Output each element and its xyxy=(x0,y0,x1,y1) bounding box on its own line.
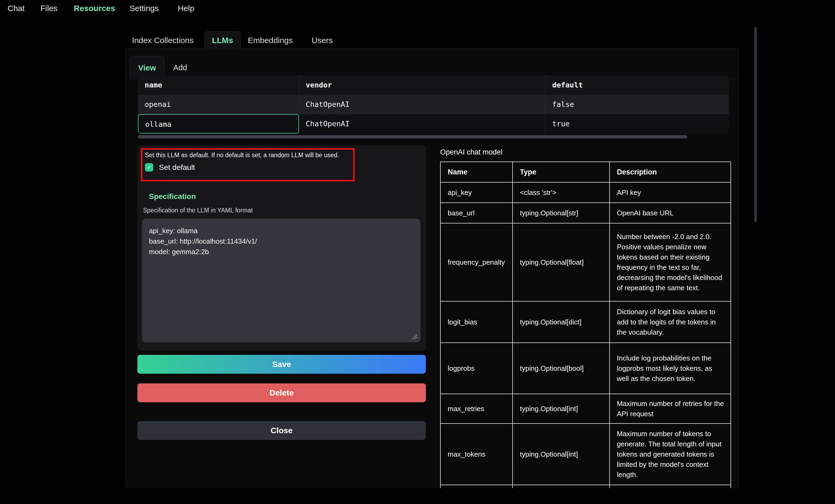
cell-openai-default[interactable]: false xyxy=(546,95,729,114)
doc-header-row: Name Type Description xyxy=(441,162,731,183)
tab-users[interactable]: Users xyxy=(312,36,333,45)
llm-col-name: name xyxy=(138,76,299,95)
doc-cell-description: Maximum number of tokens to generate. Th… xyxy=(610,424,731,485)
model-doc-table: Name Type Description api_key <class 'st… xyxy=(440,162,731,488)
llm-col-default: default xyxy=(546,76,729,95)
doc-col-name: Name xyxy=(441,162,513,182)
doc-cell-description: Maximum number of retries for the API re… xyxy=(610,394,731,423)
doc-row-frequency-penalty: frequency_penalty typing.Optional[float]… xyxy=(441,224,731,301)
doc-cell-description: Dictionary of logit bias values to add t… xyxy=(610,301,731,342)
doc-cell-type: typing.Optional[int] xyxy=(513,394,610,423)
nav-item-resources[interactable]: Resources xyxy=(74,4,115,13)
doc-cell-description: OpenAI base URL xyxy=(610,203,731,223)
doc-cell-name: logit_bias xyxy=(441,301,513,342)
yaml-text: api_key: ollama base_url: http://localho… xyxy=(142,218,421,257)
close-button[interactable]: Close xyxy=(137,421,426,440)
specification-caption: Specification of the LLM in YAML format xyxy=(143,207,253,214)
model-doc-title: OpenAI chat model xyxy=(440,148,502,156)
tab-llms-label: LLMs xyxy=(212,36,233,45)
llm-col-vendor: vendor xyxy=(299,76,546,95)
doc-col-description: Description xyxy=(610,162,731,182)
table-row-ollama[interactable]: ollama ChatOpenAI true xyxy=(138,114,729,133)
llm-list-table: name vendor default openai ChatOpenAI fa… xyxy=(138,76,729,133)
resize-handle-icon[interactable] xyxy=(411,333,418,340)
nav-item-files[interactable]: Files xyxy=(40,4,57,13)
cell-ollama-name-selected[interactable]: ollama xyxy=(138,114,299,133)
doc-cell-name: logprobs xyxy=(441,343,513,394)
doc-cell-name: max_retries xyxy=(441,394,513,423)
doc-cell-type: typing.Optional[str] xyxy=(513,203,610,223)
cell-ollama-default[interactable]: true xyxy=(546,114,729,133)
doc-cell-type: typing.Optional[bool] xyxy=(513,343,610,394)
page-vertical-scrollbar[interactable] xyxy=(754,27,757,223)
doc-cell-type: typing.Optional[dict] xyxy=(513,301,610,342)
set-default-label[interactable]: Set default xyxy=(159,163,195,171)
doc-row-max-tokens: max_tokens typing.Optional[int] Maximum … xyxy=(441,424,731,485)
doc-cell-type: <class 'str'> xyxy=(513,183,610,203)
nav-item-chat[interactable]: Chat xyxy=(7,4,24,13)
tab-index-collections[interactable]: Index Collections xyxy=(132,36,194,45)
doc-cell-name: frequency_penalty xyxy=(441,224,513,301)
doc-cell-type xyxy=(513,485,610,488)
doc-cell-type: typing.Optional[int] xyxy=(513,424,610,485)
doc-cell-name xyxy=(441,485,513,488)
llm-table-header: name vendor default xyxy=(138,76,729,95)
doc-cell-name: base_url xyxy=(441,203,513,223)
specification-heading: Specification xyxy=(149,192,196,201)
doc-cell-description: Include log probabilities on the logprob… xyxy=(610,343,731,394)
tab-llms[interactable]: LLMs xyxy=(204,31,241,49)
table-row-openai[interactable]: openai ChatOpenAI false xyxy=(138,95,729,114)
doc-cell-name: max_tokens xyxy=(441,424,513,485)
checkmark-icon: ✓ xyxy=(147,164,151,171)
yaml-specification-textarea[interactable]: api_key: ollama base_url: http://localho… xyxy=(142,218,421,342)
doc-row-logprobs: logprobs typing.Optional[bool] Include l… xyxy=(441,343,731,394)
set-default-hint: Set this LLM as default. If no default i… xyxy=(145,151,352,159)
doc-cell-description: Number between -2.0 and 2.0. Positive va… xyxy=(610,224,731,301)
save-button[interactable]: Save xyxy=(137,355,426,374)
doc-row-max-retries: max_retries typing.Optional[int] Maximum… xyxy=(441,394,731,424)
nav-item-settings[interactable]: Settings xyxy=(129,4,159,13)
tab-embeddings[interactable]: Embeddings xyxy=(248,36,293,45)
nav-item-help[interactable]: Help xyxy=(178,4,195,13)
doc-row-base-url: base_url typing.Optional[str] OpenAI bas… xyxy=(441,203,731,224)
set-default-row[interactable]: ✓ Set default xyxy=(145,163,195,171)
doc-cell-type: typing.Optional[float] xyxy=(513,224,610,301)
cell-openai-name[interactable]: openai xyxy=(138,95,299,114)
cell-ollama-vendor[interactable]: ChatOpenAI xyxy=(299,114,546,133)
doc-row-partial xyxy=(441,485,731,488)
doc-col-type: Type xyxy=(513,162,610,182)
doc-cell-description: API key xyxy=(610,183,731,203)
set-default-checkbox[interactable]: ✓ xyxy=(145,163,153,171)
table-horizontal-scrollbar[interactable] xyxy=(138,135,687,139)
annotation-highlight-box: Set this LLM as default. If no default i… xyxy=(141,148,355,182)
doc-row-api-key: api_key <class 'str'> API key xyxy=(441,183,731,203)
subtab-add[interactable]: Add xyxy=(173,63,187,72)
subtab-view-label: View xyxy=(138,64,156,72)
doc-row-logit-bias: logit_bias typing.Optional[dict] Diction… xyxy=(441,301,731,343)
doc-cell-description xyxy=(610,485,731,488)
cell-openai-vendor[interactable]: ChatOpenAI xyxy=(299,95,546,114)
doc-cell-name: api_key xyxy=(441,183,513,203)
delete-button[interactable]: Delete xyxy=(137,383,426,402)
